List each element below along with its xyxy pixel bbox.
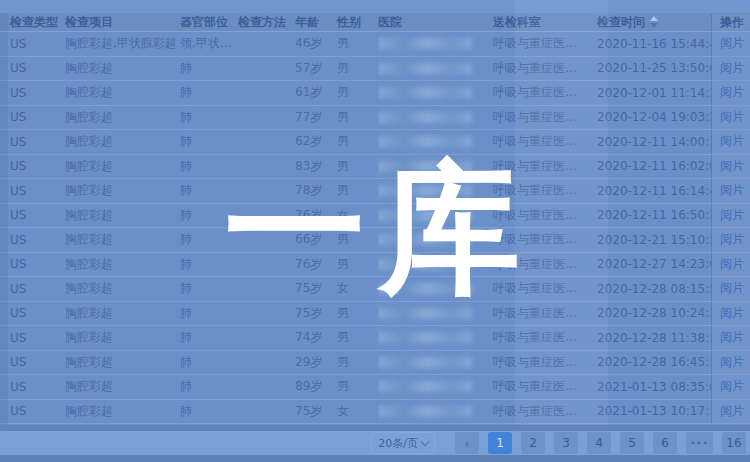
table-row: US胸腔彩超肺77岁男呼吸与重症医...2020-12-04 19:03:24阅… (0, 106, 750, 131)
page-size-select[interactable]: 20条/页 (371, 432, 435, 454)
cell-type: US (0, 155, 65, 179)
cell-time: 2021-01-13 10:17:16 (597, 400, 711, 424)
cell-type: US (0, 32, 65, 56)
cell-text-gender: 男 (337, 231, 349, 248)
view-images-link[interactable]: 阅片 (720, 35, 744, 52)
cell-text-item: 胸腔彩超 (65, 133, 113, 150)
cell-action: 阅片 (711, 277, 750, 301)
cell-type: US (0, 302, 65, 326)
cell-dept: 呼吸与重症医... (493, 326, 597, 350)
more-pages-button[interactable]: ••• (686, 432, 713, 454)
cell-text-item: 胸腔彩超 (65, 305, 113, 322)
view-images-link[interactable]: 阅片 (720, 403, 744, 420)
cell-text-dept: 呼吸与重症医... (493, 403, 576, 420)
cell-text-age: 29岁 (295, 354, 322, 371)
table-row: US胸腔彩超肺29岁男呼吸与重症医...2020-12-28 16:45:16阅… (0, 351, 750, 376)
sort-caret-icon[interactable] (650, 16, 658, 28)
cell-text-organ: 颈,甲状... (180, 35, 231, 52)
cell-text-organ: 肺 (180, 84, 192, 101)
hospital-redacted-blur (378, 161, 472, 172)
table-row: US胸腔彩超肺89岁男呼吸与重症医...2021-01-13 08:35:05阅… (0, 375, 750, 400)
cell-text-organ: 肺 (180, 354, 192, 371)
cell-text-time: 2020-12-04 19:03:24 (597, 110, 711, 124)
cell-organ: 肺 (180, 81, 238, 105)
view-images-link[interactable]: 阅片 (720, 354, 744, 371)
cell-text-dept: 呼吸与重症医... (493, 109, 576, 126)
table-row: US胸腔彩超肺66岁男呼吸与重症医...2020-12-21 15:10:33阅… (0, 228, 750, 253)
hospital-redacted-blur (378, 381, 472, 392)
cell-text-item: 胸腔彩超 (65, 378, 113, 395)
view-images-link[interactable]: 阅片 (720, 109, 744, 126)
cell-text-organ: 肺 (180, 207, 192, 224)
cell-age: 57岁 (295, 57, 337, 81)
cell-text-age: 66岁 (295, 231, 322, 248)
view-images-link[interactable]: 阅片 (720, 280, 744, 297)
cell-action: 阅片 (711, 81, 750, 105)
cell-method (238, 106, 295, 130)
cell-dept: 呼吸与重症医... (493, 155, 597, 179)
view-images-link[interactable]: 阅片 (720, 256, 744, 273)
cell-age: 74岁 (295, 326, 337, 350)
view-images-link[interactable]: 阅片 (720, 207, 744, 224)
page-button-1[interactable]: 1 (488, 432, 512, 454)
table-row: US胸腔彩超肺61岁男呼吸与重症医...2020-12-01 11:14:21阅… (0, 81, 750, 106)
cell-method (238, 277, 295, 301)
cell-text-organ: 肺 (180, 182, 192, 199)
page-button-4[interactable]: 4 (587, 432, 611, 454)
cell-method (238, 228, 295, 252)
cell-type: US (0, 277, 65, 301)
cell-text-age: 76岁 (295, 207, 322, 224)
cell-dept: 呼吸与重症医... (493, 204, 597, 228)
cell-text-item: 胸腔彩超 (65, 84, 113, 101)
view-images-link[interactable]: 阅片 (720, 305, 744, 322)
top-strip (0, 0, 750, 13)
cell-age: 77岁 (295, 106, 337, 130)
view-images-link[interactable]: 阅片 (720, 378, 744, 395)
cell-organ: 肺 (180, 228, 238, 252)
view-images-link[interactable]: 阅片 (720, 158, 744, 175)
cell-text-gender: 男 (337, 354, 349, 371)
cell-text-time: 2020-12-21 15:10:33 (597, 233, 711, 247)
view-images-link[interactable]: 阅片 (720, 133, 744, 150)
cell-text-organ: 肺 (180, 256, 192, 273)
cell-hospital (378, 81, 493, 105)
view-images-link[interactable]: 阅片 (720, 60, 744, 77)
prev-page-button[interactable]: ‹ (455, 432, 479, 454)
view-images-link[interactable]: 阅片 (720, 182, 744, 199)
view-images-link[interactable]: 阅片 (720, 84, 744, 101)
table-row: US胸腔彩超肺75岁女呼吸与重症医...2021-01-13 10:17:16阅… (0, 400, 750, 425)
cell-item: 胸腔彩超 (65, 375, 180, 399)
cell-time: 2020-12-11 16:02:05 (597, 155, 711, 179)
cell-text-organ: 肺 (180, 280, 192, 297)
cell-age: 46岁 (295, 32, 337, 56)
table-row: US胸腔彩超肺78岁男呼吸与重症医...2020-12-11 16:14:49阅… (0, 179, 750, 204)
hospital-redacted-blur (378, 234, 472, 245)
page-button-3[interactable]: 3 (554, 432, 578, 454)
column-header-time[interactable]: 检查时间 (597, 14, 711, 31)
cell-method (238, 326, 295, 350)
cell-text-time: 2020-11-16 15:44:49 (597, 37, 711, 51)
page-button-6[interactable]: 6 (653, 432, 677, 454)
table-row: US胸腔彩超,甲状腺彩超颈,甲状...46岁男呼吸与重症医...2020-11-… (0, 32, 750, 57)
cell-method (238, 302, 295, 326)
page-button-16[interactable]: 16 (722, 432, 746, 454)
cell-organ: 肺 (180, 400, 238, 424)
column-header-label: 医院 (378, 14, 402, 31)
cell-text-gender: 男 (337, 329, 349, 346)
cell-text-age: 75岁 (295, 280, 322, 297)
page-button-5[interactable]: 5 (620, 432, 644, 454)
cell-text-time: 2020-12-11 16:14:49 (597, 184, 711, 198)
page-button-2[interactable]: 2 (521, 432, 545, 454)
view-images-link[interactable]: 阅片 (720, 329, 744, 346)
cell-action: 阅片 (711, 204, 750, 228)
cell-method (238, 179, 295, 203)
cell-text-dept: 呼吸与重症医... (493, 256, 576, 273)
cell-action: 阅片 (711, 302, 750, 326)
cell-hospital (378, 130, 493, 154)
cell-text-dept: 呼吸与重症医... (493, 133, 576, 150)
cell-method (238, 253, 295, 277)
column-header-dept: 送检科室 (493, 14, 597, 31)
cell-action: 阅片 (711, 228, 750, 252)
view-images-link[interactable]: 阅片 (720, 231, 744, 248)
cell-age: 29岁 (295, 351, 337, 375)
